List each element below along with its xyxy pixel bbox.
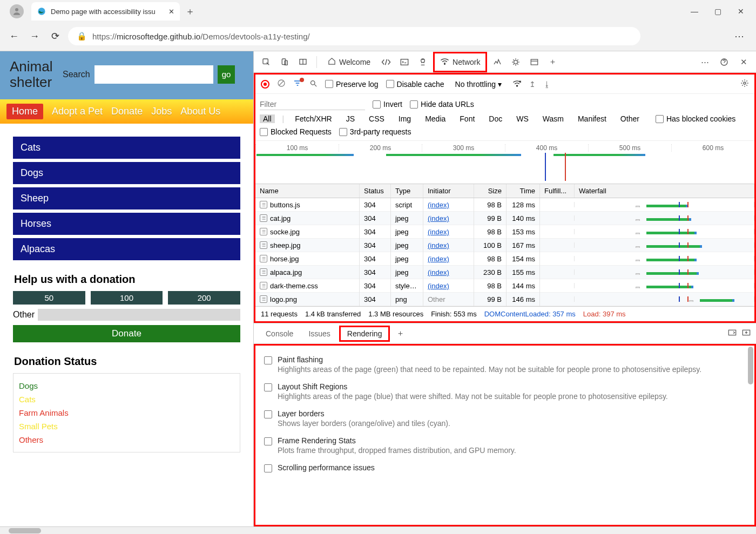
nav-about[interactable]: About Us <box>180 106 220 117</box>
checkbox[interactable] <box>264 356 272 364</box>
cell-initiator[interactable]: Other <box>423 293 474 306</box>
network-row[interactable]: ☰logo.png304pngOther99 B146 ms <box>255 293 754 306</box>
type-filter-other[interactable]: Other <box>617 114 643 123</box>
rendering-option[interactable]: Layer bordersShows layer borders (orange… <box>264 405 746 432</box>
close-window-icon[interactable]: ✕ <box>738 7 744 16</box>
col-type[interactable]: Type <box>391 184 423 198</box>
nav-adopt[interactable]: Adopt a Pet <box>52 106 103 117</box>
amount-100[interactable]: 100 <box>91 291 163 305</box>
network-row[interactable]: ☰dark-theme.css304styles...(index)98 B14… <box>255 279 754 293</box>
device-icon[interactable] <box>276 54 293 70</box>
col-name[interactable]: Name <box>255 184 360 198</box>
panel-icon[interactable] <box>295 54 311 70</box>
back-button[interactable]: ← <box>6 29 22 44</box>
drawer-tab-console[interactable]: Console <box>259 327 300 340</box>
type-filter-img[interactable]: Img <box>395 114 414 123</box>
filter-toggle-icon[interactable] <box>293 79 302 89</box>
rendering-option[interactable]: Frame Rendering StatsPlots frame through… <box>264 432 746 459</box>
nav-jobs[interactable]: Jobs <box>151 106 172 117</box>
close-tab-icon[interactable]: ✕ <box>168 8 174 16</box>
network-settings-icon[interactable] <box>740 79 749 89</box>
search-icon[interactable] <box>309 79 318 89</box>
type-filter-js[interactable]: JS <box>343 114 358 123</box>
col-waterfall[interactable]: Waterfall <box>575 184 754 198</box>
console-icon[interactable] <box>396 54 413 70</box>
network-row[interactable]: ☰buttons.js304script(index)98 B128 ms <box>255 198 754 212</box>
cell-initiator[interactable]: (index) <box>423 212 474 225</box>
type-filter-ws[interactable]: WS <box>513 114 532 123</box>
donate-button[interactable]: Donate <box>13 325 240 342</box>
rendering-option[interactable]: Paint flashingHighlights areas of the pa… <box>264 351 746 378</box>
nav-donate[interactable]: Donate <box>111 106 143 117</box>
cell-initiator[interactable]: (index) <box>423 279 474 293</box>
throttling-select[interactable]: No throttling ▾ <box>452 79 505 90</box>
cell-initiator[interactable]: (index) <box>423 225 474 239</box>
type-filter-doc[interactable]: Doc <box>485 114 505 123</box>
rendering-option[interactable]: Layout Shift RegionsHighlights areas of … <box>264 378 746 405</box>
list-item[interactable]: Dogs <box>13 162 240 184</box>
network-row[interactable]: ☰horse.jpg304jpeg(index)98 B154 ms <box>255 252 754 266</box>
type-filter-media[interactable]: Media <box>422 114 449 123</box>
minimize-icon[interactable]: — <box>691 7 698 16</box>
go-button[interactable]: go <box>218 65 235 84</box>
performance-icon[interactable] <box>489 54 505 70</box>
checkbox[interactable] <box>264 410 272 418</box>
type-filter-css[interactable]: CSS <box>366 114 388 123</box>
col-fulfill[interactable]: Fulfill... <box>540 184 575 198</box>
has-blocked-cookies-checkbox[interactable]: Has blocked cookies <box>656 114 735 123</box>
invert-checkbox[interactable]: Invert <box>373 100 402 109</box>
network-timeline[interactable]: 100 ms200 ms300 ms400 ms500 ms600 ms <box>255 141 754 184</box>
network-row[interactable]: ☰alpaca.jpg304jpeg(index)230 B155 ms <box>255 266 754 279</box>
network-row[interactable]: ☰cat.jpg304jpeg(index)99 B140 ms <box>255 212 754 225</box>
amount-200[interactable]: 200 <box>168 291 240 305</box>
cell-initiator[interactable]: (index) <box>423 266 474 279</box>
drawer-more-tabs-icon[interactable]: ＋ <box>392 326 408 342</box>
filter-input[interactable] <box>260 98 365 110</box>
third-party-checkbox[interactable]: 3rd-party requests <box>339 127 411 136</box>
scrollbar-thumb[interactable] <box>9 528 41 533</box>
col-initiator[interactable]: Initiator <box>423 184 474 198</box>
forward-button[interactable]: → <box>27 29 42 44</box>
network-row[interactable]: ☰sheep.jpg304jpeg(index)100 B167 ms <box>255 239 754 252</box>
tab-network[interactable]: Network <box>433 52 487 72</box>
type-filter-all[interactable]: All <box>260 114 275 123</box>
type-filter-manifest[interactable]: Manifest <box>575 114 610 123</box>
network-row[interactable]: ☰socke.jpg304jpeg(index)98 B153 ms <box>255 225 754 239</box>
inspect-icon[interactable] <box>258 54 274 70</box>
scrollbar-thumb[interactable] <box>748 347 753 384</box>
disable-cache-checkbox[interactable]: Disable cache <box>386 80 444 89</box>
reload-button[interactable]: ⟳ <box>48 29 63 44</box>
type-filter-font[interactable]: Font <box>456 114 478 123</box>
import-har-icon[interactable]: ↥ <box>529 80 536 89</box>
maximize-icon[interactable]: ▢ <box>714 7 721 16</box>
export-har-icon[interactable]: ⭳ <box>543 80 551 89</box>
help-icon[interactable] <box>716 54 732 70</box>
browser-menu-button[interactable]: ⋯ <box>729 30 750 42</box>
url-bar[interactable]: 🔒 https://microsoftedge.github.io/Demos/… <box>68 27 640 45</box>
list-item[interactable]: Alpacas <box>13 238 240 260</box>
search-input[interactable] <box>94 65 213 84</box>
checkbox[interactable] <box>264 437 272 445</box>
more-tabs-icon[interactable]: ＋ <box>544 54 561 70</box>
record-button[interactable] <box>261 80 269 89</box>
cell-initiator[interactable]: (index) <box>423 198 474 212</box>
col-status[interactable]: Status <box>360 184 391 198</box>
clear-icon[interactable] <box>277 79 286 89</box>
col-size[interactable]: Size <box>474 184 507 198</box>
memory-icon[interactable] <box>508 54 524 70</box>
profile-avatar[interactable] <box>10 4 24 18</box>
browser-tab[interactable]: Demo page with accessibility issu ✕ <box>31 2 180 21</box>
type-filter-wasm[interactable]: Wasm <box>539 114 567 123</box>
blocked-requests-checkbox[interactable]: Blocked Requests <box>260 127 332 136</box>
hide-data-urls-checkbox[interactable]: Hide data URLs <box>410 100 474 109</box>
network-conditions-icon[interactable] <box>512 79 522 89</box>
drawer-tab-rendering[interactable]: Rendering <box>339 326 390 342</box>
cell-initiator[interactable]: (index) <box>423 252 474 266</box>
page-horizontal-scrollbar[interactable] <box>0 526 756 534</box>
sources-icon[interactable] <box>415 54 431 70</box>
new-tab-button[interactable]: ＋ <box>185 5 195 18</box>
cell-initiator[interactable]: (index) <box>423 239 474 252</box>
nav-home[interactable]: Home <box>6 104 43 119</box>
drawer-tab-issues[interactable]: Issues <box>302 327 336 340</box>
list-item[interactable]: Horses <box>13 213 240 235</box>
